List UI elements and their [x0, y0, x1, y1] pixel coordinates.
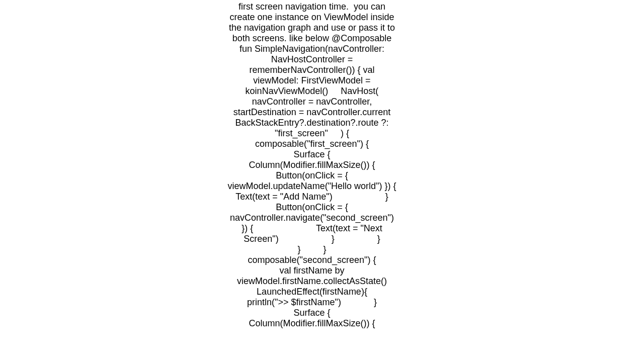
document-text-block: ViewModel first screen instance from the… — [226, 0, 397, 329]
